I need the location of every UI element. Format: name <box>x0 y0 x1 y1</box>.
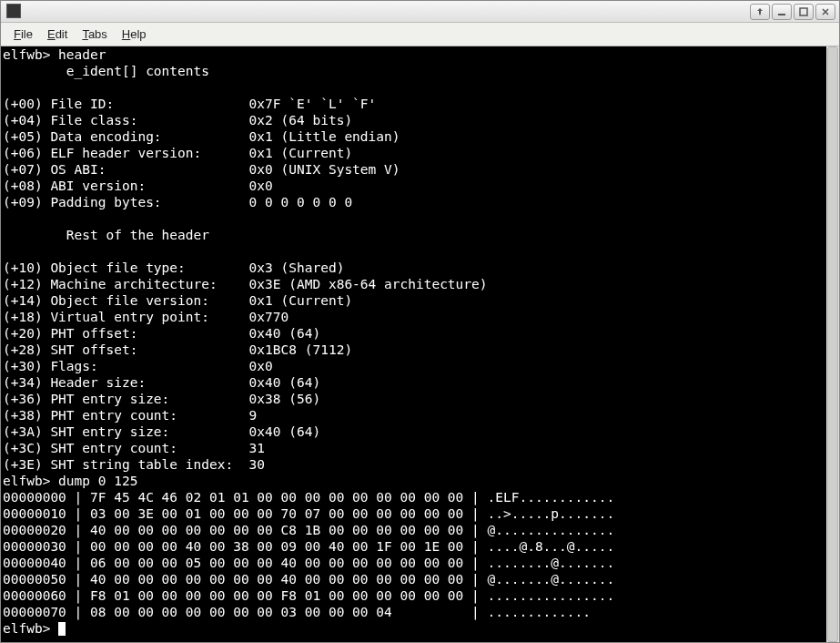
minimize-button[interactable] <box>772 4 792 20</box>
svg-rect-0 <box>778 14 785 15</box>
terminal-line <box>3 79 837 96</box>
terminal-line: (+34) Header size: 0x40 (64) <box>3 374 837 391</box>
menu-file[interactable]: File <box>6 25 40 44</box>
terminal-line: (+20) PHT offset: 0x40 (64) <box>3 325 837 342</box>
terminal-prompt[interactable]: elfwb> <box>3 620 837 637</box>
terminal-line: 00000060 | F8 01 00 00 00 00 00 00 F8 01… <box>3 587 837 604</box>
menu-edit[interactable]: Edit <box>40 25 75 44</box>
terminal-line: 00000010 | 03 00 3E 00 01 00 00 00 70 07… <box>3 505 837 522</box>
terminal-line: 00000020 | 40 00 00 00 00 00 00 00 C8 1B… <box>3 522 837 538</box>
close-icon <box>821 7 830 16</box>
terminal-line: elfwb> dump 0 125 <box>3 473 837 489</box>
terminal-line: (+30) Flags: 0x0 <box>3 358 837 374</box>
terminal-line: (+05) Data encoding: 0x1 (Little endian) <box>3 128 837 145</box>
terminal-window: File Edit Tabs Help elfwb> header e_iden… <box>0 0 840 643</box>
terminal-line: (+07) OS ABI: 0x0 (UNIX System V) <box>3 161 837 178</box>
pin-button[interactable] <box>750 4 770 20</box>
terminal-line: (+28) SHT offset: 0x1BC8 (7112) <box>3 342 837 358</box>
terminal-line: 00000030 | 00 00 00 00 40 00 38 00 09 00… <box>3 538 837 555</box>
terminal-line: (+3E) SHT string table index: 30 <box>3 456 837 473</box>
terminal-line: (+04) File class: 0x2 (64 bits) <box>3 112 837 128</box>
maximize-button[interactable] <box>794 4 814 20</box>
terminal-wrap: elfwb> header e_ident[] contents (+00) F… <box>1 46 839 642</box>
terminal-line: e_ident[] contents <box>3 63 837 79</box>
terminal-line: 00000070 | 08 00 00 00 00 00 00 00 03 00… <box>3 604 837 620</box>
terminal-line: (+3A) SHT entry size: 0x40 (64) <box>3 424 837 440</box>
pin-icon <box>755 7 764 16</box>
terminal-line: (+06) ELF header version: 0x1 (Current) <box>3 145 837 161</box>
terminal-line: elfwb> header <box>3 46 837 63</box>
terminal-line <box>3 210 837 227</box>
terminal-line: (+14) Object file version: 0x1 (Current) <box>3 292 837 309</box>
terminal-line: (+12) Machine architecture: 0x3E (AMD x8… <box>3 276 837 292</box>
scrollbar[interactable] <box>826 46 839 642</box>
terminal-line: (+36) PHT entry size: 0x38 (56) <box>3 391 837 407</box>
scrollbar-thumb[interactable] <box>827 46 838 642</box>
terminal-output[interactable]: elfwb> header e_ident[] contents (+00) F… <box>1 46 839 642</box>
terminal-line: (+3C) SHT entry count: 31 <box>3 440 837 456</box>
terminal-line: (+10) Object file type: 0x3 (Shared) <box>3 260 837 276</box>
app-icon <box>6 4 21 18</box>
menubar: File Edit Tabs Help <box>1 23 839 46</box>
terminal-line: (+09) Padding bytes: 0 0 0 0 0 0 0 <box>3 194 837 210</box>
menu-help[interactable]: Help <box>115 25 154 44</box>
prompt-text: elfwb> <box>3 621 58 636</box>
close-button[interactable] <box>815 4 835 20</box>
titlebar <box>1 1 839 23</box>
terminal-line: (+00) File ID: 0x7F `E' `L' `F' <box>3 96 837 112</box>
terminal-line: 00000040 | 06 00 00 00 05 00 00 00 40 00… <box>3 555 837 571</box>
maximize-icon <box>799 7 808 16</box>
terminal-line <box>3 243 837 260</box>
cursor <box>58 622 66 636</box>
terminal-line: 00000050 | 40 00 00 00 00 00 00 00 40 00… <box>3 571 837 587</box>
terminal-line: (+38) PHT entry count: 9 <box>3 407 837 424</box>
svg-rect-1 <box>800 8 807 15</box>
minimize-icon <box>777 7 786 16</box>
terminal-line: Rest of the header <box>3 227 837 243</box>
terminal-line: 00000000 | 7F 45 4C 46 02 01 01 00 00 00… <box>3 489 837 505</box>
terminal-line: (+08) ABI version: 0x0 <box>3 178 837 194</box>
menu-tabs[interactable]: Tabs <box>75 25 114 44</box>
terminal-line: (+18) Virtual entry point: 0x770 <box>3 309 837 325</box>
